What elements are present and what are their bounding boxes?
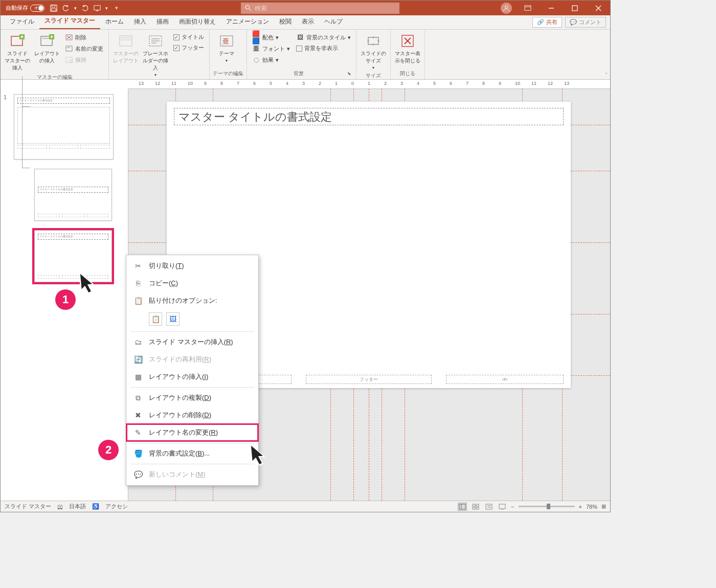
rename-icon: ✎: [133, 428, 143, 437]
footer-checkbox[interactable]: ✓フッター: [172, 43, 205, 52]
ctx-duplicate-layout[interactable]: ⧉ レイアウトの複製(D): [126, 389, 258, 406]
ribbon-display-icon[interactable]: [516, 1, 540, 15]
svg-rect-46: [473, 507, 475, 509]
zoom-percent[interactable]: 78%: [586, 504, 597, 510]
insert-slide-master-button[interactable]: スライド マスターの挿入: [4, 32, 31, 73]
tab-review[interactable]: 校閲: [274, 15, 297, 29]
ctx-rename-layout[interactable]: ✎ レイアウト名の変更(R): [126, 424, 258, 441]
layout-thumbnail-1[interactable]: マスター タイトルの書式設定: [34, 169, 124, 221]
themes-button[interactable]: 亜 テーマ▾: [213, 32, 240, 64]
comment-button[interactable]: 💬コメント: [565, 17, 606, 28]
tab-home[interactable]: ホーム: [100, 15, 129, 29]
slideshow-icon[interactable]: [93, 4, 101, 12]
share-button[interactable]: 🔗共有: [532, 17, 562, 28]
group-label-size: サイズ: [360, 71, 387, 80]
tab-slide-master[interactable]: スライド マスター: [39, 14, 100, 29]
zoom-slider[interactable]: [519, 506, 575, 507]
maximize-button[interactable]: [563, 1, 587, 15]
ctx-format-background[interactable]: 🪣 背景の書式設定(B)...: [126, 445, 258, 462]
footer-number-placeholder[interactable]: ‹#›: [446, 375, 564, 384]
title-checkbox[interactable]: ✓タイトル: [172, 33, 205, 41]
zoom-in-button[interactable]: +: [579, 504, 582, 510]
tab-insert[interactable]: 挿入: [129, 15, 151, 29]
status-language: 日本語: [69, 503, 86, 510]
tab-help[interactable]: ヘルプ: [319, 15, 348, 29]
ctx-cut[interactable]: ✂ 切り取り(T): [126, 257, 258, 275]
title-placeholder[interactable]: マスター タイトルの書式設定: [174, 108, 564, 125]
insert-placeholder-button[interactable]: プレースホルダーの挿入▾: [142, 32, 169, 78]
fit-to-window-button[interactable]: ⊞: [601, 503, 606, 510]
search-icon: [245, 5, 252, 11]
copy-icon: ⎘: [133, 279, 143, 288]
tab-draw[interactable]: 描画: [151, 15, 174, 29]
ctx-copy[interactable]: ⎘ コピー(C): [126, 275, 258, 292]
normal-view-button[interactable]: [458, 503, 467, 511]
redo-icon[interactable]: [81, 4, 89, 12]
undo-icon[interactable]: [62, 4, 70, 12]
tab-animations[interactable]: アニメーション: [221, 15, 274, 29]
colors-button[interactable]: 🟥🟦配色 ▾: [251, 33, 291, 42]
status-bar: スライド マスター 🕮 日本語 ♿ アクセシ − + 78% ⊞: [1, 501, 610, 512]
ctx-delete-layout[interactable]: ✖ レイアウトの削除(D): [126, 406, 258, 424]
hide-background-checkbox[interactable]: 背景を非表示: [295, 44, 352, 53]
svg-rect-51: [499, 504, 505, 509]
delete-layout-button[interactable]: 削除: [64, 33, 104, 42]
status-lang-icon[interactable]: 🕮: [57, 504, 63, 510]
callout-badge-1: 1: [55, 289, 76, 310]
insert-layout-button[interactable]: レイアウトの挿入: [33, 32, 61, 65]
search-box[interactable]: [241, 3, 399, 14]
close-master-view-button[interactable]: マスター表示を閉じる: [394, 32, 421, 65]
tab-transitions[interactable]: 画面切り替え: [174, 15, 221, 29]
sorter-view-button[interactable]: [471, 503, 480, 511]
autosave-toggle[interactable]: 自動保存 オフ: [6, 4, 46, 12]
svg-rect-48: [486, 504, 492, 509]
svg-rect-44: [473, 504, 475, 506]
svg-rect-29: [120, 36, 132, 46]
search-input[interactable]: [255, 5, 395, 12]
svg-rect-10: [572, 6, 577, 11]
zoom-out-button[interactable]: −: [511, 504, 514, 510]
svg-rect-1: [52, 5, 55, 7]
ctx-insert-slide-master[interactable]: 🗂 スライド マスターの挿入(R): [126, 333, 258, 351]
group-label-close: 閉じる: [394, 69, 421, 78]
paste-keep-source-formatting[interactable]: 🖼: [166, 312, 180, 326]
minimize-button[interactable]: [540, 1, 563, 15]
fonts-button[interactable]: 亜フォント ▾: [251, 44, 291, 53]
svg-rect-7: [525, 5, 531, 10]
format-bg-icon: 🪣: [133, 449, 143, 458]
background-dialog-launcher[interactable]: ⬊: [347, 71, 353, 76]
callout-badge-2: 2: [98, 440, 119, 460]
autosave-label: 自動保存: [6, 4, 28, 12]
rename-button[interactable]: 名前の変更: [64, 44, 104, 53]
reuse-icon: 🔄: [133, 355, 143, 364]
ctx-insert-layout[interactable]: ▦ レイアウトの挿入(I): [126, 368, 258, 386]
ctx-paste-options-label: 📋 貼り付けのオプション:: [126, 292, 258, 309]
slide-size-button[interactable]: スライドのサイズ▾: [360, 32, 387, 71]
ribbon: スライド マスターの挿入 レイアウトの挿入 削除 名前の変更 保持 マスターの編…: [1, 30, 610, 80]
qat-customize-icon[interactable]: ▾: [115, 5, 118, 11]
svg-line-5: [249, 9, 251, 10]
paste-icon: 📋: [133, 296, 143, 305]
footer-center-placeholder[interactable]: フッター: [306, 375, 432, 384]
account-avatar[interactable]: [501, 3, 512, 14]
collapse-ribbon-icon[interactable]: ˆ: [606, 73, 607, 78]
slideshow-view-button[interactable]: [498, 503, 507, 511]
accessibility-icon[interactable]: ♿: [92, 503, 99, 510]
master-number: 1: [4, 94, 7, 100]
ruler-horizontal: 13121110987654321012345678910111213: [128, 80, 610, 89]
group-label-background: 背景: [250, 69, 347, 78]
reading-view-button[interactable]: [484, 503, 494, 511]
close-button[interactable]: [587, 1, 610, 15]
save-icon[interactable]: [50, 4, 58, 12]
tab-view[interactable]: 表示: [297, 15, 319, 29]
duplicate-icon: ⧉: [133, 393, 143, 402]
group-label-master-edit: マスターの編集: [4, 73, 105, 82]
tab-file[interactable]: ファイル: [5, 15, 39, 29]
svg-rect-25: [66, 46, 72, 51]
background-styles-button[interactable]: 🖼背景のスタイル ▾: [295, 33, 352, 42]
paste-use-destination-theme[interactable]: 📋: [149, 312, 162, 326]
effects-button[interactable]: ◌効果 ▾: [251, 55, 291, 64]
delete-icon: ✖: [133, 411, 143, 420]
svg-point-6: [505, 5, 507, 8]
svg-text:亜: 亜: [222, 37, 229, 45]
